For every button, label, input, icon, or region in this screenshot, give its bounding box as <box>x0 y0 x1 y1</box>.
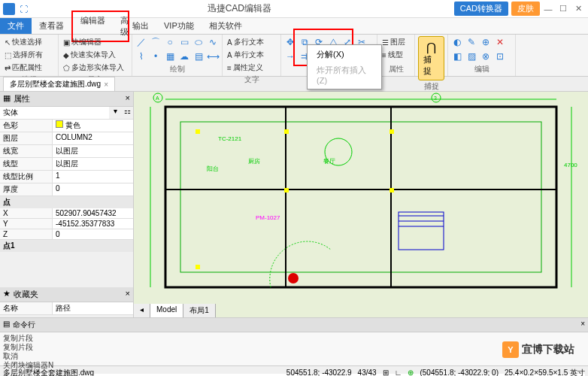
dim-icon[interactable]: ⟷ <box>207 50 219 62</box>
status-file: 多层别墅楼全套建施图.dwg <box>3 368 94 377</box>
minimize-icon[interactable]: — <box>541 2 555 16</box>
group-label-edit: 编辑 <box>451 63 512 74</box>
tab-file[interactable]: 文件 <box>0 18 32 34</box>
floorplan-svg: TC-2121 餐厅 厨房 阳台 PM-1027 4700 A 3 <box>134 92 588 317</box>
tab-output[interactable]: 输出 <box>125 18 156 34</box>
delete-icon[interactable]: ✕ <box>494 36 506 48</box>
quick-select-button[interactable]: ↖快速选择 <box>3 36 55 48</box>
table-icon[interactable]: ▤ <box>192 50 205 62</box>
edit2-icon[interactable]: ✎ <box>465 36 477 48</box>
edit8-icon[interactable]: ⊡ <box>494 50 506 62</box>
svg-rect-0 <box>165 107 556 287</box>
skin-button[interactable]: 皮肤 <box>511 2 540 16</box>
point-icon[interactable]: • <box>150 50 162 62</box>
grid-icon[interactable]: ⊕ <box>408 368 414 376</box>
prop-linetype[interactable]: 线型以图层 <box>0 158 133 171</box>
stext-icon: A <box>227 51 232 59</box>
layer-button[interactable]: ☰图层 <box>380 36 411 48</box>
snap-icon[interactable]: ⊞ <box>383 368 389 376</box>
props-title-icon: ▦ <box>3 93 11 105</box>
prop-y[interactable]: Y-45152.35377833 <box>0 219 133 229</box>
prop-x[interactable]: X502907.90457432 <box>0 208 133 219</box>
stext-button[interactable]: A单行文本 <box>226 49 277 61</box>
cad-converter-button[interactable]: CAD转换器 <box>454 2 508 16</box>
fav-columns: 名称路径 <box>0 302 133 315</box>
block-editor-button[interactable]: ▣块编辑器 <box>62 36 129 48</box>
cmd-close-icon[interactable]: × <box>580 320 585 330</box>
prop-color[interactable]: 色彩黄色 <box>0 120 133 132</box>
circle-icon[interactable]: ○ <box>164 36 176 48</box>
fav-close-icon[interactable]: × <box>126 289 130 300</box>
fav-title: 收藏夹 <box>11 289 126 300</box>
match-props-button[interactable]: ⇄匹配属性 <box>3 62 55 74</box>
layer-icon: ☰ <box>382 38 389 47</box>
watermark-logo-icon: Y <box>502 341 519 358</box>
watermark: Y 宜博下载站 <box>502 341 574 358</box>
prop-lineweight[interactable]: 线宽以图层 <box>0 145 133 158</box>
svg-rect-6 <box>284 129 289 134</box>
fullscreen-icon[interactable]: ⛶ <box>20 5 28 14</box>
prop-cat-pt1: 点1 <box>0 240 133 252</box>
rect-icon[interactable]: ▭ <box>178 36 190 48</box>
solid-icon: ◆ <box>63 51 69 59</box>
edit6-icon[interactable]: ▨ <box>465 50 477 62</box>
tab-viewer[interactable]: 查看器 <box>32 18 71 34</box>
prop-z[interactable]: Z0 <box>0 229 133 240</box>
prop-layer[interactable]: 图层COLUMN2 <box>0 132 133 145</box>
explode-menu-item[interactable]: 分解(X) <box>309 47 380 62</box>
model-tabs: ◂ Model 布局1 <box>134 304 216 317</box>
explode-all-menu-item[interactable]: 炸开所有插入(Z) <box>309 62 380 87</box>
arc-icon[interactable]: ⌒ <box>150 36 162 48</box>
props-close-icon[interactable]: × <box>126 93 130 105</box>
mtext-button[interactable]: A多行文本 <box>226 36 277 48</box>
line-icon[interactable]: ／ <box>135 36 147 48</box>
select-all-button[interactable]: ⬚选择所有 <box>3 49 55 61</box>
polyline-icon[interactable]: ⌇ <box>135 50 147 62</box>
edit3-icon[interactable]: ⊕ <box>480 36 492 48</box>
magnet-icon: ⋂ <box>426 40 436 54</box>
entity-selector[interactable]: 实体 ▾ ⚏ <box>0 107 133 120</box>
svg-rect-10 <box>195 265 200 269</box>
model-tab[interactable]: Model <box>150 304 183 317</box>
svg-rect-8 <box>284 188 289 193</box>
linetype-button[interactable]: ≡线型 <box>380 49 411 61</box>
svg-rect-5 <box>195 129 200 134</box>
star-icon: ★ <box>3 289 11 300</box>
block-icon: ▣ <box>63 38 70 47</box>
prop-thickness[interactable]: 厚度0 <box>0 183 133 196</box>
cloud-icon[interactable]: ☁ <box>178 50 190 62</box>
close-icon[interactable]: ✕ <box>571 2 585 16</box>
propdef-icon: ≡ <box>227 64 232 72</box>
maximize-icon[interactable]: ☐ <box>556 2 570 16</box>
tab-related[interactable]: 相关软件 <box>202 18 250 34</box>
svg-rect-9 <box>389 188 394 193</box>
layout-tab[interactable]: 布局1 <box>183 304 216 317</box>
capture-button[interactable]: ⋂ 捕捉 <box>418 36 444 80</box>
ribbon-group-text: A多行文本 A单行文本 ≡属性定义 文字 <box>223 35 281 76</box>
edit5-icon[interactable]: ◧ <box>451 50 463 62</box>
group-label-text: 文字 <box>226 74 277 85</box>
watermark-text: 宜博下载站 <box>522 343 574 356</box>
document-tab[interactable]: 多层别墅楼全套建施图.dwg × <box>3 77 115 91</box>
solid-import-button[interactable]: ◆快速实体导入 <box>62 49 129 61</box>
hatch-icon[interactable]: ▦ <box>164 50 176 62</box>
filter-icon[interactable]: ⚏ <box>121 107 133 119</box>
ribbon-group-select: ↖快速选择 ⬚选择所有 ⇄匹配属性 选择 <box>0 35 59 76</box>
drawing-canvas[interactable]: TC-2121 餐厅 厨房 阳台 PM-1027 4700 A 3 ◂ Mode… <box>134 92 588 317</box>
spline-icon[interactable]: ∿ <box>207 36 219 48</box>
ribbon-group-capture: ⋂ 捕捉 捕捉 <box>415 35 448 76</box>
poly-import-button[interactable]: ⬠多边形实体导入 <box>62 62 129 74</box>
tab-nav-left[interactable]: ◂ <box>134 304 150 317</box>
edit1-icon[interactable]: ◐ <box>451 36 463 48</box>
edit7-icon[interactable]: ⊗ <box>480 50 492 62</box>
chevron-down-icon[interactable]: ▾ <box>109 107 121 119</box>
ellipse-icon[interactable]: ⬭ <box>192 36 205 48</box>
propdef-button[interactable]: ≡属性定义 <box>226 62 277 74</box>
svg-rect-13 <box>399 212 444 250</box>
status-extra: (504551.8; -43022.9; 0) <box>420 368 499 376</box>
svg-rect-1 <box>180 122 541 272</box>
tab-vip[interactable]: VIP功能 <box>156 18 202 34</box>
prop-ltscale[interactable]: 线型比例1 <box>0 171 133 183</box>
ortho-icon[interactable]: ∟ <box>395 368 402 376</box>
close-tab-icon[interactable]: × <box>104 80 108 89</box>
